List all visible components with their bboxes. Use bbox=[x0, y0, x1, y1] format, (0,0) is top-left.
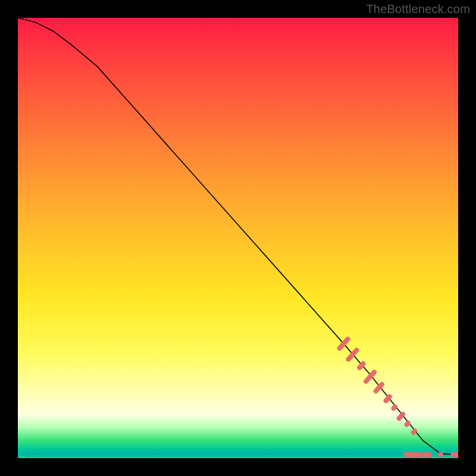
watermark-text: TheBottleneck.com bbox=[366, 2, 470, 16]
curve-marker bbox=[372, 381, 385, 394]
chart-stage: TheBottleneck.com bbox=[0, 0, 476, 476]
curve-marker bbox=[403, 419, 412, 428]
curve-marker bbox=[383, 393, 393, 404]
floor-marker bbox=[438, 452, 443, 457]
plot-area bbox=[18, 18, 458, 458]
curve-markers bbox=[336, 336, 418, 436]
curve-marker bbox=[390, 403, 399, 412]
bottleneck-curve bbox=[18, 18, 458, 455]
chart-overlay bbox=[18, 18, 458, 458]
curve-marker bbox=[410, 428, 418, 436]
floor-marker bbox=[414, 452, 423, 457]
curve-marker bbox=[362, 369, 377, 385]
curve-marker bbox=[356, 360, 367, 371]
floor-marker bbox=[423, 452, 432, 457]
